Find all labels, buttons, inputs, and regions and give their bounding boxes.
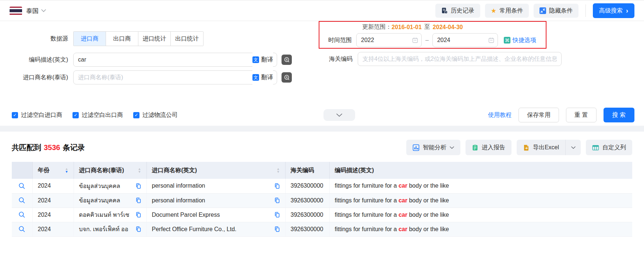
translate-label: 翻译 xyxy=(261,56,273,64)
translate-icon: 文 xyxy=(252,74,259,81)
hscode-cell: 3926300000 xyxy=(285,222,329,236)
trade-data-search-page: 泰国 历史记录 ★ 常用条件 隐藏条件 高级搜索 › xyxy=(0,0,644,254)
year-cell: 2024 xyxy=(32,179,74,193)
copy-button[interactable] xyxy=(274,183,280,189)
command-icon: ⌘ xyxy=(504,37,510,44)
importer-english-cell: personal information xyxy=(146,193,285,208)
tab-import-stats[interactable]: 进口统计 xyxy=(138,32,171,46)
copy-button[interactable] xyxy=(135,197,141,203)
hide-conditions-button[interactable]: 隐藏条件 xyxy=(534,4,578,18)
copy-icon xyxy=(274,197,280,203)
advanced-search-button[interactable]: 高级搜索 › xyxy=(593,3,634,18)
hscode-input[interactable] xyxy=(358,52,562,66)
copy-button[interactable] xyxy=(135,212,141,218)
header-year[interactable]: 年份 ▲▼ xyxy=(32,162,74,179)
description-label: 编码描述(英文) xyxy=(12,56,68,64)
sort-icons[interactable]: ▲▼ xyxy=(277,167,280,173)
year-cell: 2024 xyxy=(32,222,74,236)
copy-button[interactable] xyxy=(274,197,280,203)
table-row[interactable]: 2024 ดอคคิวเมนท์ พาร์เซ Document Parcel … xyxy=(12,208,632,222)
results-summary: 共匹配到 3536 条记录 xyxy=(12,143,85,153)
translate-button[interactable]: 文 翻译 xyxy=(252,70,273,84)
copy-button[interactable] xyxy=(135,183,141,189)
sort-icons[interactable]: ▲▼ xyxy=(138,167,141,173)
country-selector[interactable]: 泰国 xyxy=(10,7,46,15)
hscode-cell: 3926300000 xyxy=(285,193,329,208)
export-excel-button[interactable]: 导出Excel xyxy=(517,140,565,155)
update-range-label: 更新范围： xyxy=(362,23,392,31)
chevron-down-icon xyxy=(450,146,454,149)
header-importer-thai[interactable]: 进口商名称(泰语) ▲▼ xyxy=(74,162,146,179)
export-options-button[interactable] xyxy=(565,140,581,155)
filter-logistics[interactable]: ✓ 过滤物流公司 xyxy=(133,111,178,119)
importer-english-text: personal information xyxy=(152,197,205,204)
favorites-button[interactable]: ★ 常用条件 xyxy=(485,4,529,18)
match-mode-toggle[interactable] xyxy=(282,72,292,83)
results-section: 共匹配到 3536 条记录 智能分析 进入报告 导出Excel xyxy=(0,132,644,237)
update-range-word: 至 xyxy=(424,23,430,31)
expand-more-button[interactable] xyxy=(323,109,355,121)
collapse-icon xyxy=(539,7,546,14)
star-icon: ★ xyxy=(491,8,496,14)
custom-columns-button[interactable]: 自定义列 xyxy=(586,140,632,155)
table-row[interactable]: 2024 ข้อมูลส่วนบุคคล personal informatio… xyxy=(12,179,632,193)
description-input[interactable] xyxy=(73,53,277,67)
reset-button[interactable]: 重 置 xyxy=(566,108,596,122)
sort-icons[interactable]: ▲▼ xyxy=(65,167,68,173)
match-mode-toggle[interactable] xyxy=(282,55,292,65)
report-button[interactable]: 进入报告 xyxy=(466,140,512,155)
search-detail-icon[interactable] xyxy=(18,211,25,218)
history-button[interactable]: 历史记录 xyxy=(435,4,480,18)
desc-cell: fittings for furniture for a car body or… xyxy=(329,193,632,208)
view-detail-cell[interactable] xyxy=(12,179,32,193)
copy-icon xyxy=(274,183,280,189)
tab-exporter[interactable]: 出口商 xyxy=(106,32,138,46)
filter-label: 过滤空白出口商 xyxy=(82,111,123,119)
tab-export-stats[interactable]: 出口统计 xyxy=(171,32,203,46)
view-detail-cell[interactable] xyxy=(12,222,32,236)
table-row[interactable]: 2024 บจก. เพอร์เฟ็คท์ ออ Perfect Office … xyxy=(12,222,632,236)
copy-button[interactable] xyxy=(274,212,280,218)
calendar-icon[interactable] xyxy=(488,37,494,43)
bi-analysis-icon xyxy=(413,144,420,151)
summary-prefix: 共匹配到 xyxy=(12,143,41,153)
keyword-highlight: car xyxy=(399,226,407,232)
keyword-highlight: car xyxy=(399,197,407,203)
table-row[interactable]: 2024 ข้อมูลส่วนบุคคล personal informatio… xyxy=(12,193,632,208)
filter-blank-exporter[interactable]: ✓ 过滤空白出口商 xyxy=(72,111,123,119)
translate-button[interactable]: 文 翻译 xyxy=(252,53,273,67)
calendar-icon[interactable] xyxy=(412,37,418,43)
copy-icon xyxy=(135,183,141,189)
analysis-button[interactable]: 智能分析 xyxy=(406,140,460,155)
view-detail-cell[interactable] xyxy=(12,208,32,222)
filter-blank-importer[interactable]: ✓ 过滤空白进口商 xyxy=(12,111,62,119)
copy-button[interactable] xyxy=(135,226,141,232)
save-favorite-button[interactable]: 保存常用 xyxy=(519,108,559,122)
chevron-down-icon xyxy=(41,9,46,12)
export-group: 导出Excel xyxy=(517,140,581,155)
view-detail-cell[interactable] xyxy=(12,193,32,208)
quick-options-button[interactable]: ⌘ 快捷选项 xyxy=(504,36,536,44)
importer-english-text: Perfect Office Furniture Co., Ltd. xyxy=(152,226,237,233)
tab-importer[interactable]: 进口商 xyxy=(74,32,106,46)
header-importer-english[interactable]: 进口商名称(英文) ▲▼ xyxy=(146,162,285,179)
checkbox-checked-icon: ✓ xyxy=(12,112,18,118)
copy-button[interactable] xyxy=(274,226,280,232)
importer-row: 进口商名称(泰语) 文 翻译 xyxy=(12,70,634,84)
importer-english-text: Document Parcel Express xyxy=(152,212,220,218)
hscode-label: 海关编码 xyxy=(329,55,353,63)
excel-export-icon xyxy=(523,144,530,151)
year-cell: 2024 xyxy=(32,193,74,208)
search-detail-icon[interactable] xyxy=(18,182,25,189)
importer-input[interactable] xyxy=(73,70,277,84)
search-detail-icon[interactable] xyxy=(18,197,25,204)
time-range-label: 时间范围 xyxy=(328,36,352,44)
search-button[interactable]: 搜 索 xyxy=(604,108,634,122)
search-detail-icon[interactable] xyxy=(18,226,25,233)
chevron-down-icon xyxy=(571,146,576,149)
checkbox-checked-icon: ✓ xyxy=(133,112,139,118)
results-table: 年份 ▲▼ 进口商名称(泰语) ▲▼ 进口商名称(英文) ▲▼ xyxy=(12,162,632,237)
tutorial-link[interactable]: 使用教程 xyxy=(488,111,512,119)
header-thai-label: 进口商名称(泰语) xyxy=(79,167,124,174)
header-desc: 编码描述(英文) xyxy=(329,162,632,179)
